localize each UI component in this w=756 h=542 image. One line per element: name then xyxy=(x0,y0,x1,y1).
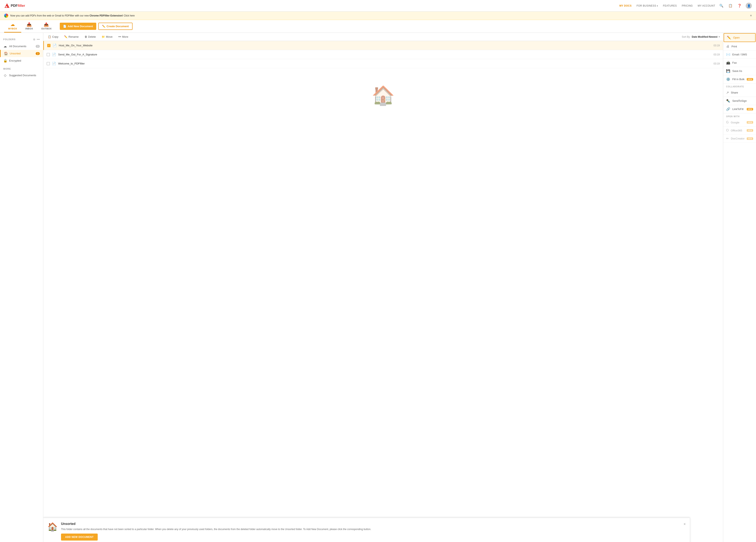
tab-inbox[interactable]: 📥 INBOX xyxy=(21,20,37,33)
mybox-icon: ☁ xyxy=(11,22,15,27)
clipboard-icon[interactable]: 📋 xyxy=(728,3,733,9)
pdf-icon-3: 📄 xyxy=(52,62,56,66)
table-row[interactable]: 📄 Send_Me_Out_For_A_Signature 03:19 xyxy=(43,50,723,59)
save-icon: 💾 xyxy=(726,69,730,73)
sidebar: FOLDERS ⊕ ••• ☁ All Documents 3 🏠 Unsort… xyxy=(0,33,43,542)
sidebar-item-suggested-documents[interactable]: ◇ Suggested Documents xyxy=(0,72,43,79)
doc-time-1: 03:19 xyxy=(714,44,720,47)
link-icon: 🔗 xyxy=(726,107,730,111)
sign-icon: ✒️ xyxy=(726,99,730,103)
doccreator-new-badge: NEW xyxy=(747,137,753,140)
logo[interactable]: ▶ PDFfiller xyxy=(4,3,25,9)
doc-checkbox-1[interactable]: ✓ xyxy=(47,44,50,47)
nav-for-business[interactable]: FOR BUSINESS xyxy=(636,4,658,7)
nav-links: MY DOCS FOR BUSINESS FEATURES PRICING MY… xyxy=(619,4,715,7)
fax-icon: 📠 xyxy=(726,61,730,65)
panel-email-sms-button[interactable]: ✉️ Email / SMS xyxy=(723,51,756,59)
copy-button[interactable]: 📋 Copy xyxy=(47,34,60,39)
tab-bar: ☁ MYBOX 📥 INBOX 📤 OUTBOX 📄 Add New Docum… xyxy=(0,20,756,33)
panel-print-button[interactable]: 🖨 Print xyxy=(723,42,756,51)
right-panel: ✏️ Open 🖨 Print ✉️ Email / SMS 📠 Fax 💾 S… xyxy=(723,33,756,542)
delete-button[interactable]: 🗑 Delete xyxy=(83,34,97,39)
avatar[interactable]: 👤 xyxy=(746,3,752,9)
sort-value[interactable]: Date Modified-Newest xyxy=(692,35,717,38)
more-options-icon[interactable]: ••• xyxy=(37,38,40,41)
fill-in-bulk-new-badge: NEW xyxy=(747,78,753,81)
sidebar-item-all-documents[interactable]: ☁ All Documents 3 xyxy=(0,43,43,50)
copy-icon: 📋 xyxy=(48,35,51,38)
tab-outbox[interactable]: 📤 OUTBOX xyxy=(37,20,56,33)
move-button[interactable]: 📁 Move xyxy=(100,34,114,39)
panel-link-to-fill-button[interactable]: 🔗 LinkToFill NEW xyxy=(723,105,756,113)
office365-new-badge: NEW xyxy=(747,129,753,132)
tooltip-title: Unsorted xyxy=(61,522,680,526)
email-icon: ✉️ xyxy=(726,53,730,56)
sidebar-actions: ⊕ ••• xyxy=(33,38,40,41)
folders-section-header: FOLDERS ⊕ ••• xyxy=(0,36,43,43)
more-section-title: MORE xyxy=(0,64,43,72)
diamond-icon: ◇ xyxy=(3,73,7,77)
collaborate-section-title: COLLABORATE xyxy=(723,83,756,89)
google-icon: G xyxy=(726,121,729,124)
rename-button[interactable]: ✏️ Rename xyxy=(63,34,80,39)
table-row[interactable]: 📄 Welcome_to_PDFfiller 03:19 xyxy=(43,59,723,68)
nav-pricing[interactable]: PRICING xyxy=(682,4,693,7)
doc-name-2: Send_Me_Out_For_A_Signature xyxy=(58,53,714,56)
header: ▶ PDFfiller MY DOCS FOR BUSINESS FEATURE… xyxy=(0,0,756,12)
open-icon: ✏️ xyxy=(727,36,731,40)
sidebar-item-unsorted[interactable]: 🏠 Unsorted 3 xyxy=(0,50,43,57)
google-new-badge: NEW xyxy=(747,121,753,124)
empty-state-house-icon: 🏠 xyxy=(372,85,395,106)
panel-open-button[interactable]: ✏️ Open xyxy=(724,33,756,42)
cloud-icon: ☁ xyxy=(3,44,7,48)
panel-fill-in-bulk-button[interactable]: ⚙️ Fill in Bulk NEW xyxy=(723,75,756,83)
sort-arrow-icon[interactable]: ▾ xyxy=(719,36,720,38)
chrome-icon xyxy=(4,14,8,18)
pdf-icon-1: 📄 xyxy=(53,43,57,47)
help-icon[interactable]: ❓ xyxy=(737,3,742,9)
add-new-document-button[interactable]: 📄 Add New Document xyxy=(60,23,96,30)
tab-mybox[interactable]: ☁ MYBOX xyxy=(4,20,21,33)
more-button[interactable]: ••• More xyxy=(117,34,129,39)
trash-icon: 🗑 xyxy=(85,35,87,38)
tooltip-house-icon: 🏠 xyxy=(47,522,58,532)
rename-icon: ✏️ xyxy=(64,35,67,38)
table-row[interactable]: ✓ 📄 Host_Me_On_Your_Website 03:19 xyxy=(43,41,723,50)
panel-send-to-sign-button[interactable]: ✒️ SendToSign xyxy=(723,97,756,105)
panel-fax-button[interactable]: 📠 Fax xyxy=(723,59,756,67)
doc-checkbox-3[interactable] xyxy=(47,62,50,65)
add-icon: 📄 xyxy=(63,25,66,28)
search-icon[interactable]: 🔍 xyxy=(718,3,724,9)
folders-title: FOLDERS xyxy=(3,38,16,41)
panel-google-button[interactable]: G Google NEW xyxy=(723,119,756,127)
add-folder-icon[interactable]: ⊕ xyxy=(33,38,35,41)
office365-icon: O xyxy=(726,129,729,132)
svg-text:▶: ▶ xyxy=(6,6,8,8)
create-document-button[interactable]: ✏️ Create Document xyxy=(98,23,133,30)
nav-my-docs[interactable]: MY DOCS xyxy=(619,4,632,7)
panel-share-button[interactable]: ↗ Share xyxy=(723,89,756,97)
banner-close-button[interactable]: × xyxy=(750,14,752,18)
doc-checkbox-2[interactable] xyxy=(47,53,50,56)
sidebar-item-encrypted[interactable]: 🔒 Encrypted xyxy=(0,57,43,64)
banner-link[interactable]: Chrome PDFfiller Extension! xyxy=(89,14,123,17)
banner-text: Now you can add PDFs from the web or Gma… xyxy=(10,14,135,17)
doc-time-3: 03:19 xyxy=(714,62,720,65)
inbox-icon: 📥 xyxy=(27,22,32,27)
nav-features[interactable]: FEATURES xyxy=(663,4,677,7)
panel-office365-button[interactable]: O Office365 NEW xyxy=(723,127,756,135)
tooltip-add-document-button[interactable]: ADD NEW DOCUMENT xyxy=(61,534,98,541)
nav-my-account[interactable]: MY ACCOUNT xyxy=(698,4,715,7)
doc-toolbar: 📋 Copy ✏️ Rename 🗑 Delete 📁 Move ••• Mor… xyxy=(43,33,723,41)
panel-save-as-button[interactable]: 💾 Save As xyxy=(723,67,756,75)
bulk-icon: ⚙️ xyxy=(726,77,730,81)
doc-time-2: 03:19 xyxy=(714,53,720,56)
pdf-icon-2: 📄 xyxy=(52,53,56,56)
print-icon: 🖨 xyxy=(726,45,729,48)
panel-doccreator-button[interactable]: ✏ DocCreator NEW xyxy=(723,135,756,143)
tab-actions: 📄 Add New Document ✏️ Create Document xyxy=(60,23,132,30)
open-with-section-title: OPEN WITH xyxy=(723,113,756,119)
sort-section: Sort By: Date Modified-Newest ▾ xyxy=(682,35,720,38)
tooltip-close-button[interactable]: × xyxy=(683,522,686,526)
doc-name-3: Welcome_to_PDFfiller xyxy=(58,62,714,65)
